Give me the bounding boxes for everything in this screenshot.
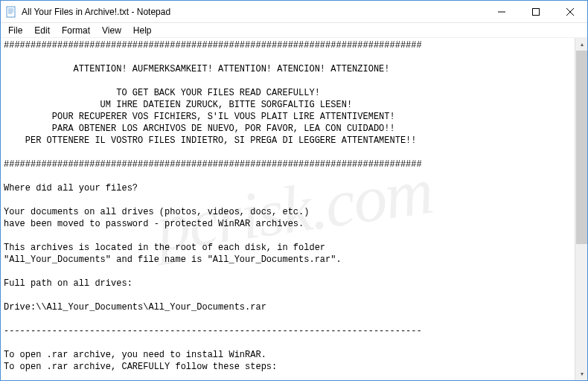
window-title: All Your Files in Archive!.txt - Notepad [22, 7, 485, 17]
maximize-button[interactable] [519, 1, 553, 22]
text-editor[interactable]: ########################################… [1, 38, 587, 380]
menu-file[interactable]: File [2, 24, 28, 37]
scroll-down-arrow[interactable]: ▾ [575, 368, 587, 380]
minimize-button[interactable] [485, 1, 519, 22]
notepad-icon [5, 6, 17, 18]
titlebar: All Your Files in Archive!.txt - Notepad [1, 1, 587, 23]
window-controls [485, 1, 587, 22]
content-area: ########################################… [1, 38, 587, 380]
svg-rect-6 [533, 8, 540, 15]
menubar: File Edit Format View Help [1, 23, 587, 38]
menu-format[interactable]: Format [56, 24, 96, 37]
vertical-scrollbar[interactable]: ▴ ▾ [575, 38, 587, 380]
scroll-up-arrow[interactable]: ▴ [575, 38, 587, 51]
scrollbar-thumb[interactable] [576, 51, 587, 244]
menu-edit[interactable]: Edit [28, 24, 56, 37]
close-button[interactable] [553, 1, 587, 22]
menu-help[interactable]: Help [127, 24, 158, 37]
menu-view[interactable]: View [96, 24, 127, 37]
